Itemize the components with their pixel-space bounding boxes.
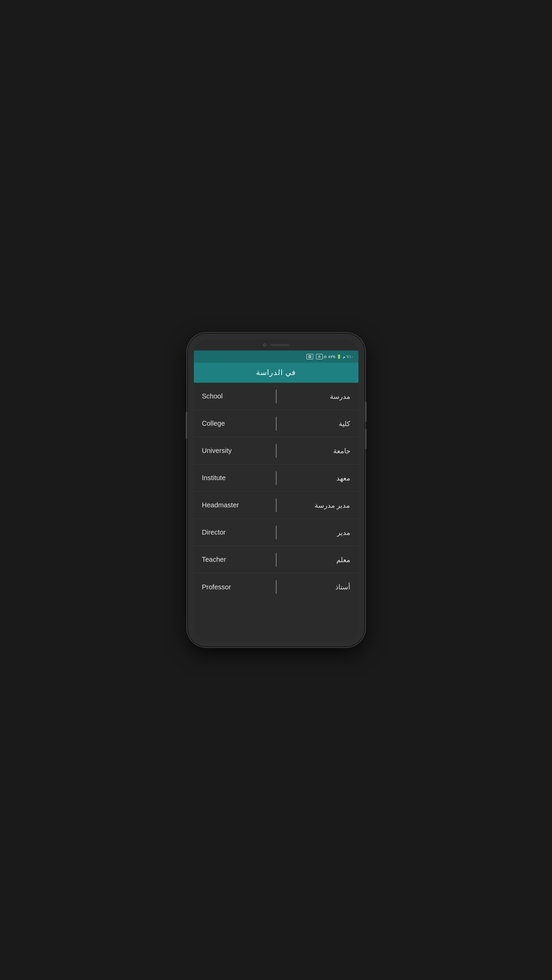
power-button[interactable]	[186, 412, 187, 439]
vocab-english-5: Director	[202, 528, 269, 536]
vocab-item[interactable]: Teacherمعلم	[194, 546, 358, 573]
vocab-arabic-2: جامعة	[283, 447, 350, 455]
status-left: ٦:١٠ م 🔋 %٨٧ ılı.	[323, 355, 354, 359]
vocab-item[interactable]: Directorمدير	[194, 519, 358, 546]
volume-down-button[interactable]	[365, 429, 366, 449]
vocab-arabic-7: أستاذ	[283, 583, 350, 591]
vocab-english-1: College	[202, 420, 269, 427]
phone-screen: ٦:١٠ م 🔋 %٨٧ ılı. ⊞ 🖼 في الدراسة Schoolم…	[194, 340, 358, 640]
speaker	[270, 344, 289, 346]
status-signal: ılı.	[323, 355, 327, 359]
vocab-arabic-3: معهد	[283, 474, 350, 482]
vocab-english-2: University	[202, 447, 269, 455]
vocab-arabic-0: مدرسة	[283, 392, 350, 401]
vocab-divider-3	[276, 471, 276, 485]
vocab-divider-2	[276, 444, 276, 458]
vocab-arabic-6: معلم	[283, 556, 350, 564]
vocab-item[interactable]: Schoolمدرسة	[194, 383, 358, 410]
vocab-english-4: Headmaster	[202, 501, 269, 509]
status-battery-icon: 🔋	[337, 355, 341, 359]
vocab-item[interactable]: Instituteمعهد	[194, 465, 358, 492]
vocab-arabic-4: مدير مدرسة	[283, 501, 350, 509]
vocab-item[interactable]: Universityجامعة	[194, 437, 358, 465]
vocab-divider-1	[276, 417, 276, 430]
vocab-item[interactable]: Headmasterمدير مدرسة	[194, 492, 358, 519]
status-bar: ٦:١٠ م 🔋 %٨٧ ılı. ⊞ 🖼	[194, 350, 358, 363]
app-header: في الدراسة	[194, 363, 358, 383]
vocab-divider-5	[276, 526, 276, 539]
page-title: في الدراسة	[256, 368, 296, 377]
phone-top-bar	[194, 340, 358, 350]
vocabulary-list[interactable]: SchoolمدرسةCollegeكليةUniversityجامعةIns…	[194, 383, 358, 640]
status-time: ٦:١٠ م	[343, 355, 354, 359]
vocab-english-0: School	[202, 392, 269, 400]
status-icon-2: 🖼	[306, 354, 313, 360]
vocab-divider-0	[276, 390, 276, 403]
volume-up-button[interactable]	[365, 401, 366, 422]
vocab-english-3: Institute	[202, 474, 269, 482]
phone-device: ٦:١٠ م 🔋 %٨٧ ılı. ⊞ 🖼 في الدراسة Schoolم…	[188, 334, 365, 646]
vocab-divider-7	[276, 580, 276, 594]
vocab-english-6: Teacher	[202, 556, 269, 563]
vocab-arabic-5: مدير	[283, 528, 350, 537]
vocab-item[interactable]: Professorأستاذ	[194, 573, 358, 601]
status-icons: ⊞ 🖼	[306, 354, 323, 360]
vocab-divider-6	[276, 553, 276, 566]
status-icon-1: ⊞	[316, 354, 323, 360]
vocab-arabic-1: كلية	[283, 420, 350, 428]
vocab-item[interactable]: Collegeكلية	[194, 410, 358, 437]
status-battery: %٨٧	[328, 355, 336, 359]
vocab-divider-4	[276, 498, 276, 512]
vocab-english-7: Professor	[202, 583, 269, 591]
camera-icon	[263, 343, 266, 347]
